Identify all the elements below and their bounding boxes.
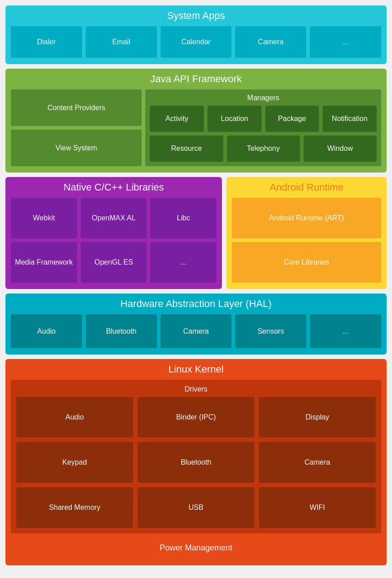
system-app-item: Camera [235,26,306,58]
hal-title: Hardware Abstraction Layer (HAL) [11,298,381,310]
native-lib-item: ... [150,242,217,283]
driver-item: Audio [16,397,133,438]
hal-item: Camera [161,314,232,348]
hal-item: Audio [11,314,82,348]
linux-kernel-layer: Linux Kernel Drivers AudioBinder (IPC)Di… [5,359,387,565]
system-app-item: Email [86,26,157,58]
drivers-inner: Drivers AudioBinder (IPC)DisplayKeypadBl… [11,380,381,533]
manager-item: Package [265,106,319,132]
linux-kernel-title: Linux Kernel [11,364,381,375]
runtime-item: Android Runtime (ART) [232,198,381,238]
native-libs-title: Native C/C++ Libraries [11,182,217,193]
hal-item: Sensors [235,314,306,348]
hal-layer: Hardware Abstraction Layer (HAL) AudioBl… [5,294,387,354]
native-libs-layer: Native C/C++ Libraries WebkitOpenMAX ALL… [5,177,222,289]
java-api-left: Content ProvidersView System [11,89,142,166]
native-lib-item: OpenGL ES [81,242,147,283]
driver-item: Binder (IPC) [138,397,254,438]
managers-grid-row2: ResourceTelephonyWindow [150,135,377,162]
java-api-left-item: Content Providers [11,89,142,126]
native-grid: WebkitOpenMAX ALLibcMedia FrameworkOpenG… [11,198,217,283]
hal-item: ... [310,314,381,348]
driver-item: Display [259,397,376,438]
driver-item: Bluetooth [138,442,254,483]
manager-item: Notification [323,106,377,132]
system-app-item: Dialer [11,26,82,58]
manager-item: Telephony [227,135,300,162]
java-api-left-item: View System [11,130,142,166]
native-lib-item: Libc [150,198,217,238]
manager-item: Activity [150,106,204,132]
runtime-grid: Android Runtime (ART)Core Libraries [232,198,381,283]
java-api-layer: Java API Framework Content ProvidersView… [5,69,387,172]
managers-panel: Managers ActivityLocationPackageNotifica… [145,89,381,166]
android-runtime-layer: Android Runtime Android Runtime (ART)Cor… [226,177,387,289]
manager-item: Location [208,106,262,132]
system-apps-grid: DialerEmailCalendarCamera... [11,26,381,58]
native-lib-item: Webkit [11,198,77,238]
power-management: Power Management [11,537,381,559]
android-runtime-title: Android Runtime [232,182,381,193]
middle-row: Native C/C++ Libraries WebkitOpenMAX ALL… [5,177,387,289]
native-lib-item: OpenMAX AL [81,198,147,238]
native-lib-item: Media Framework [11,242,77,283]
system-app-item: ... [310,26,381,58]
runtime-item: Core Libraries [232,242,381,283]
manager-item: Resource [150,135,223,162]
manager-item: Window [304,135,377,162]
java-api-content: Content ProvidersView System Managers Ac… [11,89,381,166]
managers-title: Managers [150,94,377,102]
driver-item: Keypad [16,442,133,483]
driver-item: Camera [259,442,376,483]
system-apps-title: System Apps [11,10,381,22]
hal-grid: AudioBluetoothCameraSensors... [11,314,381,348]
driver-item: USB [138,487,254,528]
java-api-title: Java API Framework [11,73,381,85]
system-app-item: Calendar [161,26,232,58]
hal-item: Bluetooth [86,314,157,348]
driver-item: Shared Memory [16,487,133,528]
managers-grid-row1: ActivityLocationPackageNotification [150,106,377,132]
system-apps-layer: System Apps DialerEmailCalendarCamera... [5,5,387,64]
driver-item: WIFI [259,487,376,528]
drivers-grid: AudioBinder (IPC)DisplayKeypadBluetoothC… [16,397,376,528]
drivers-title: Drivers [16,385,376,393]
